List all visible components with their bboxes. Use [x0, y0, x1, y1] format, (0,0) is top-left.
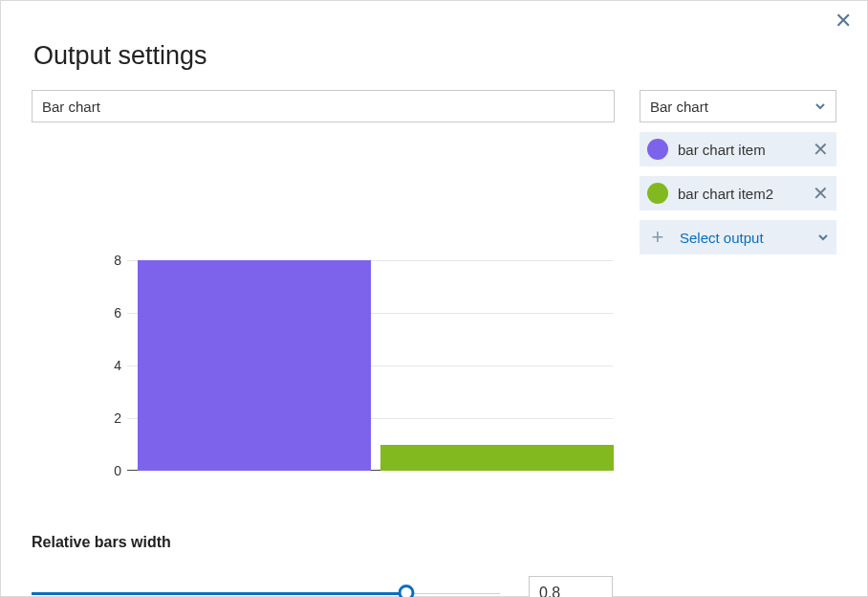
chart-type-value: Bar chart: [650, 99, 708, 115]
chart-preview: 02468: [32, 260, 613, 480]
series-chip[interactable]: bar chart item ✕: [640, 132, 836, 166]
bar: [380, 445, 614, 472]
series-sidebar: Bar chart bar chart item ✕ bar chart ite…: [640, 90, 836, 254]
bars-width-input[interactable]: [529, 576, 613, 597]
series-color-swatch: [647, 183, 668, 204]
y-tick-label: 6: [98, 305, 121, 321]
series-label: bar chart item2: [678, 186, 802, 202]
slider-thumb[interactable]: [399, 585, 415, 597]
series-label: bar chart item: [678, 142, 802, 158]
y-tick-label: 2: [98, 410, 121, 426]
remove-series-icon[interactable]: ✕: [812, 184, 829, 203]
chart-type-select[interactable]: Bar chart: [640, 90, 836, 122]
bar: [138, 260, 371, 471]
series-color-swatch: [647, 139, 668, 160]
remove-series-icon[interactable]: ✕: [812, 140, 829, 159]
add-output-label: Select output: [680, 230, 806, 246]
output-settings-dialog: ✕ Output settings Bar chart bar chart it…: [0, 0, 868, 597]
add-output-button[interactable]: + Select output: [640, 220, 836, 254]
series-chip[interactable]: bar chart item2 ✕: [640, 176, 836, 210]
y-tick-label: 8: [98, 253, 121, 268]
bars-width-label: Relative bars width: [32, 534, 836, 551]
plus-icon: +: [647, 227, 668, 248]
close-icon[interactable]: ✕: [835, 11, 852, 32]
y-tick-label: 4: [98, 358, 121, 373]
chevron-down-icon: [814, 100, 826, 112]
y-tick-label: 0: [98, 463, 121, 478]
chevron-down-icon: [817, 232, 829, 243]
bars-width-slider[interactable]: [32, 584, 500, 597]
chart-name-input[interactable]: [32, 90, 615, 122]
dialog-title: Output settings: [33, 41, 836, 71]
